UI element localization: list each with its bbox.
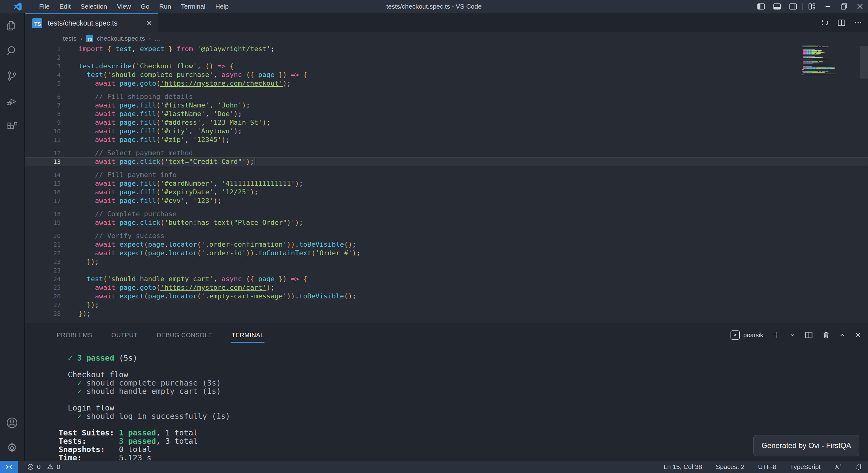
code-token: ( [156, 283, 160, 291]
terminal-output[interactable]: ✓ 3 passed (5s) Checkout flow ✓ should c… [25, 347, 868, 462]
encoding[interactable]: UTF-8 [758, 463, 776, 471]
problems-status[interactable]: 0 0 [27, 463, 60, 471]
customize-layout-icon[interactable] [804, 0, 820, 13]
code-text: await page.goto('https://mystore.com/che… [71, 79, 291, 88]
code-editor[interactable]: 1import { test, expect } from '@playwrig… [25, 45, 868, 323]
menu-file[interactable]: File [34, 0, 55, 13]
restore-button[interactable] [836, 0, 852, 13]
panel-tab-problems[interactable]: PROBLEMS [57, 323, 92, 347]
close-panel-icon[interactable] [855, 331, 862, 339]
minimap[interactable] [801, 45, 840, 77]
more-actions-icon[interactable] [854, 19, 863, 27]
code-line[interactable]: 17 await page.fill('#cvv', '123'); [25, 197, 868, 205]
code-line[interactable]: 27 }); [25, 301, 868, 309]
code-line[interactable]: 10 await page.fill('#city', 'Anytown'); [25, 127, 868, 135]
code-line[interactable]: 6 // Fill shipping details [25, 92, 868, 101]
panel-tab-debug-console[interactable]: DEBUG CONSOLE [157, 323, 212, 347]
code-token: ( [103, 71, 107, 78]
split-terminal-icon[interactable] [805, 331, 813, 339]
code-line[interactable]: 14 // Fill payment info [25, 171, 868, 179]
terminal-name: pearsik [743, 332, 763, 339]
indentation[interactable]: Spaces: 2 [716, 463, 744, 471]
menu-go[interactable]: Go [136, 0, 154, 13]
minimize-button[interactable] [820, 0, 836, 13]
code-token: test [87, 275, 103, 283]
breadcrumb-folder[interactable]: tests [63, 35, 76, 42]
menu-edit[interactable]: Edit [55, 0, 75, 13]
code-line[interactable]: 21 await expect(page.locator('.order-con… [25, 240, 868, 249]
code-line[interactable]: 20 // Verify success [25, 232, 868, 240]
feedback-icon[interactable] [834, 463, 841, 471]
code-line[interactable]: 7 await page.fill('#firstName', 'John'); [25, 101, 868, 110]
menu-selection[interactable]: Selection [75, 0, 112, 13]
account-icon[interactable] [0, 410, 24, 435]
code-line[interactable]: 22 await expect(page.locator('.order-id'… [25, 249, 868, 258]
toggle-panel-icon[interactable] [769, 0, 785, 13]
remote-indicator[interactable] [0, 461, 18, 473]
code-line[interactable]: 5 await page.goto('https://mystore.com/c… [25, 79, 868, 88]
code-line[interactable]: 19 await page.click('button:has-text("Pl… [25, 218, 868, 227]
cursor-position[interactable]: Ln 15, Col 38 [664, 463, 702, 471]
code-line[interactable]: 1import { test, expect } from '@playwrig… [25, 45, 868, 53]
code-line[interactable]: 16 await page.fill('#expiryDate', '12/25… [25, 188, 868, 197]
code-line[interactable]: 13 await page.click('text="Credit Card"'… [25, 157, 868, 166]
menu-run[interactable]: Run [154, 0, 176, 13]
code-line[interactable]: 8 await page.fill('#lastName', 'Doe'); [25, 110, 868, 118]
code-line[interactable]: 3test.describe('Checkout flow', () => { [25, 62, 868, 70]
warning-icon [47, 464, 54, 470]
terminal-icon: > [731, 330, 740, 340]
breadcrumb-file[interactable]: checkout.spec.ts [97, 35, 145, 42]
panel-tab-output[interactable]: OUTPUT [111, 323, 137, 347]
code-line[interactable]: 9 await page.fill('#address', '123 Main … [25, 118, 868, 127]
maximize-panel-icon[interactable] [839, 332, 846, 338]
explorer-icon[interactable] [0, 13, 24, 38]
source-control-icon[interactable] [0, 63, 24, 89]
code-line[interactable]: 24 test('should handle empty cart', asyn… [25, 275, 868, 283]
menu-view[interactable]: View [112, 0, 135, 13]
terminal-token: , 3 total [156, 437, 197, 446]
code-token [115, 119, 119, 126]
close-window-button[interactable] [852, 0, 868, 13]
chevron-right-icon: › [80, 35, 82, 42]
terminal-instance[interactable]: > pearsik [731, 330, 763, 340]
code-line[interactable]: 18 // Complete purchase [25, 210, 868, 218]
code-token: '.order-confirmation' [201, 240, 287, 248]
menu-help[interactable]: Help [210, 0, 233, 13]
code-line[interactable]: 12 // Select payment method [25, 149, 868, 157]
settings-gear-icon[interactable] [0, 435, 24, 461]
notifications-bell-icon[interactable] [855, 463, 863, 471]
code-line[interactable]: 2 [25, 53, 868, 62]
code-line[interactable]: 28}); [25, 309, 868, 318]
kill-terminal-icon[interactable] [822, 331, 830, 339]
code-line[interactable]: 4 test('should complete purchase', async… [25, 70, 868, 79]
code-token: ( [144, 292, 148, 300]
line-number: 22 [25, 249, 71, 258]
panel-tab-terminal[interactable]: TERMINAL [231, 323, 264, 347]
split-editor-icon[interactable] [837, 19, 846, 27]
search-icon[interactable] [0, 38, 24, 63]
toggle-secondary-sidebar-icon[interactable] [785, 0, 801, 13]
sync-changes-icon[interactable] [820, 19, 829, 27]
tab-checkout-spec[interactable]: TS tests/checkout.spec.ts ✕ [25, 13, 158, 32]
menu-terminal[interactable]: Terminal [176, 0, 210, 13]
code-token: , [132, 45, 140, 53]
code-line[interactable]: 26 await expect(page.locator('.empty-car… [25, 292, 868, 301]
toggle-sidebar-icon[interactable] [753, 0, 769, 13]
indent-guide [87, 197, 87, 204]
code-token: page [148, 292, 164, 300]
new-terminal-icon[interactable] [772, 331, 780, 339]
extensions-icon[interactable] [0, 114, 24, 139]
language-mode[interactable]: TypeScript [790, 463, 820, 471]
code-line[interactable]: 23 [25, 266, 868, 275]
code-line[interactable]: 15 await page.fill('#cardNumber', '41111… [25, 179, 868, 188]
code-line[interactable]: 23 }); [25, 258, 868, 266]
code-line[interactable]: 11 await page.fill('#zip', '12345'); [25, 135, 868, 144]
editor-scrollbar[interactable] [860, 46, 868, 78]
terminal-dropdown-icon[interactable] [789, 332, 796, 338]
code-token: locator [168, 240, 197, 248]
breadcrumb-more[interactable]: … [154, 35, 161, 42]
tab-close-icon[interactable]: ✕ [146, 19, 152, 28]
code-line[interactable]: 25 await page.goto('https://mystore.com/… [25, 283, 868, 292]
minimap-token [806, 74, 809, 74]
run-debug-icon[interactable] [0, 89, 24, 114]
